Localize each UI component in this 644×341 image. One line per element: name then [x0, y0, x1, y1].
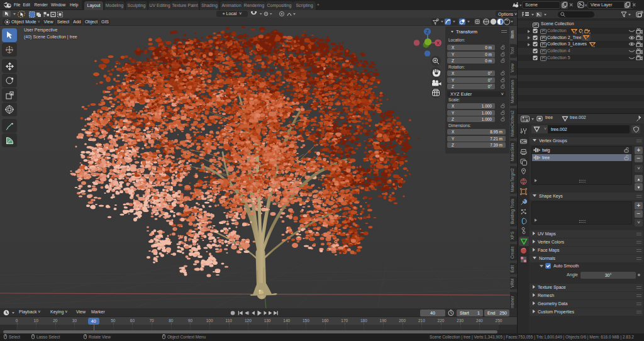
svg-text:X: X — [436, 40, 440, 46]
svg-text:Z: Z — [426, 29, 429, 35]
